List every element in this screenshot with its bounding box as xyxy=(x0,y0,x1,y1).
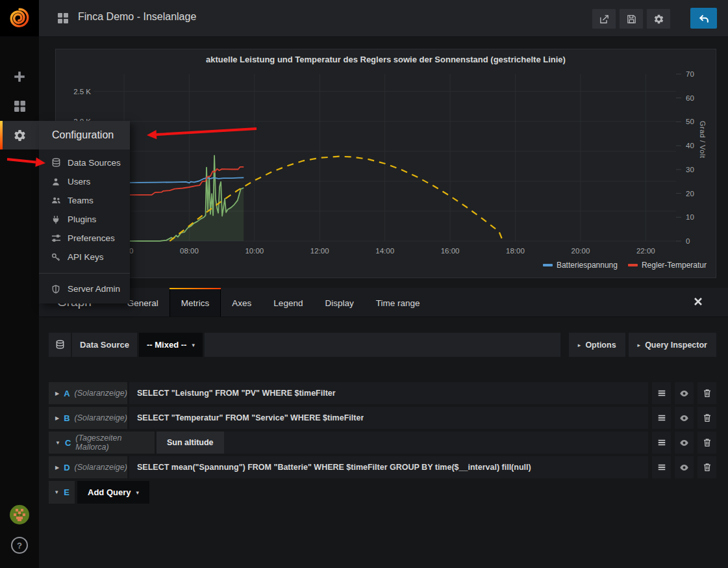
query-inspector-button[interactable]: ▸ Query Inspector xyxy=(629,333,716,357)
query-toggle-B[interactable]: ▶ B (Solaranzeige) xyxy=(49,407,127,429)
svg-text:0: 0 xyxy=(686,237,690,245)
svg-text:20: 20 xyxy=(686,190,694,198)
query-menu-button-A[interactable] xyxy=(652,382,671,404)
menu-item-api-keys[interactable]: API Keys xyxy=(39,248,130,266)
datasource-row-filler xyxy=(205,333,560,357)
svg-text:08:00: 08:00 xyxy=(180,247,199,255)
dashboards-icon xyxy=(14,100,26,112)
caret-down-icon: ▾ xyxy=(136,489,139,496)
close-icon xyxy=(694,297,703,306)
menu-item-server-admin[interactable]: Server Admin xyxy=(39,279,130,298)
caret-right-icon: ▶ xyxy=(55,465,59,471)
svg-text:40: 40 xyxy=(686,142,694,149)
user-avatar[interactable] xyxy=(0,504,39,526)
database-icon xyxy=(49,333,71,357)
query-row-A: ▶ A (Solaranzeige) SELECT "Leistung" FRO… xyxy=(49,382,716,404)
query-text-D: SELECT mean("Spannung") FROM "Batterie" … xyxy=(129,463,531,472)
tab-axes[interactable]: Axes xyxy=(221,288,262,316)
svg-text:22:00: 22:00 xyxy=(636,247,655,255)
configuration-button[interactable] xyxy=(0,121,39,149)
dashboard-grid-icon[interactable] xyxy=(57,12,69,24)
shield-icon xyxy=(51,284,61,294)
legend-item-batteriespannung[interactable]: Batteriespannung xyxy=(543,261,618,270)
tab-bar: GeneralMetricsAxesLegendDisplayTime rang… xyxy=(116,288,431,316)
configuration-menu: Configuration Data Sources Users Teams P… xyxy=(39,121,130,303)
query-menu-button-C[interactable] xyxy=(652,432,671,454)
grafana-app: ? Finca Demo - Inselanlage a xyxy=(0,0,728,568)
help-button[interactable]: ? xyxy=(0,537,39,554)
datasource-label: Data Source xyxy=(72,333,137,357)
go-back-button[interactable] xyxy=(690,8,717,29)
share-button[interactable] xyxy=(592,8,616,29)
tab-legend[interactable]: Legend xyxy=(262,288,314,316)
users-icon xyxy=(51,196,61,206)
svg-text:60: 60 xyxy=(686,94,694,102)
svg-text:2.5 K: 2.5 K xyxy=(73,88,91,96)
save-button[interactable] xyxy=(619,8,644,29)
tab-metrics[interactable]: Metrics xyxy=(169,288,221,316)
add-query-button[interactable]: Add Query ▾ xyxy=(77,481,149,504)
chart-legend: Batteriespannung Regler-Temperatur xyxy=(543,261,707,270)
query-text-B: SELECT "Temperatur" FROM "Service" WHERE… xyxy=(129,413,364,422)
caret-right-icon: ▸ xyxy=(638,342,641,348)
tab-time-range[interactable]: Time range xyxy=(365,288,431,316)
query-menu-button-B[interactable] xyxy=(652,407,671,429)
create-button[interactable] xyxy=(0,64,39,90)
grafana-logo[interactable] xyxy=(0,0,39,36)
config-menu-items: Data Sources Users Teams Plugins Prefere… xyxy=(39,149,130,303)
time-series-chart[interactable]: 05001.0 K1.5 K2.0 K2.5 K0102030405060700… xyxy=(56,49,716,278)
menu-item-preferences[interactable]: Preferences xyxy=(39,229,130,248)
options-button[interactable]: ▸ Options xyxy=(569,333,625,357)
svg-text:30: 30 xyxy=(686,166,694,174)
menu-item-data-sources[interactable]: Data Sources xyxy=(39,153,130,172)
svg-text:20:00: 20:00 xyxy=(571,247,590,255)
svg-text:10:00: 10:00 xyxy=(245,247,264,255)
legend-item-regler-temperatur[interactable]: Regler-Temperatur xyxy=(628,261,707,270)
query-visibility-button-C[interactable] xyxy=(675,432,694,454)
svg-text:10: 10 xyxy=(686,213,694,221)
query-delete-button-A[interactable] xyxy=(697,382,716,404)
plus-icon xyxy=(13,70,26,83)
caret-down-icon: ▼ xyxy=(55,440,60,446)
caret-down-icon: ▾ xyxy=(192,342,195,348)
grafana-flame-icon xyxy=(8,7,31,29)
query-visibility-button-A[interactable] xyxy=(675,382,694,404)
menu-item-plugins[interactable]: Plugins xyxy=(39,210,130,229)
query-delete-button-B[interactable] xyxy=(697,407,716,429)
query-delete-button-C[interactable] xyxy=(697,432,716,454)
query-toggle-E[interactable]: ▼ E xyxy=(49,481,75,504)
dashboards-button[interactable] xyxy=(0,93,39,119)
svg-text:18:00: 18:00 xyxy=(506,247,525,255)
dashboard-title[interactable]: Finca Demo - Inselanlage xyxy=(78,11,196,23)
right-axis-label: Grad / Volt xyxy=(699,121,707,158)
query-text-A: SELECT "Leistung" FROM "PV" WHERE $timeF… xyxy=(129,389,336,398)
sun-altitude-button[interactable]: Sun altitude xyxy=(157,432,224,454)
query-delete-button-D[interactable] xyxy=(697,456,716,478)
add-query-row: ▼ E Add Query ▾ xyxy=(49,481,149,504)
caret-right-icon: ▸ xyxy=(578,342,581,348)
query-menu-button-D[interactable] xyxy=(652,456,671,478)
datasource-row: Data Source -- Mixed -- ▾ ▸ Options ▸ Qu… xyxy=(49,333,716,357)
query-toggle-C[interactable]: ▼ C (Tageszeiten Mallorca) xyxy=(49,432,155,454)
query-visibility-button-B[interactable] xyxy=(675,407,694,429)
dashboard-settings-button[interactable] xyxy=(646,8,671,29)
close-editor-button[interactable] xyxy=(694,297,702,306)
tab-display[interactable]: Display xyxy=(314,288,364,316)
menu-item-users[interactable]: Users xyxy=(39,172,130,191)
query-visibility-button-D[interactable] xyxy=(675,456,694,478)
menu-item-teams[interactable]: Teams xyxy=(39,191,130,210)
query-toggle-D[interactable]: ▶ D (Solaranzeige) xyxy=(49,456,127,478)
menu-divider xyxy=(39,273,130,274)
caret-right-icon: ▶ xyxy=(55,391,59,396)
configuration-menu-title: Configuration xyxy=(39,121,130,149)
database-icon xyxy=(51,158,61,168)
panel-editor-tabs: Graph GeneralMetricsAxesLegendDisplayTim… xyxy=(39,288,728,317)
gear-icon xyxy=(653,14,664,25)
share-icon xyxy=(599,14,610,25)
datasource-select[interactable]: -- Mixed -- ▾ xyxy=(139,333,203,357)
query-toggle-A[interactable]: ▶ A (Solaranzeige) xyxy=(49,382,127,404)
sliders-icon xyxy=(51,233,61,244)
svg-text:16:00: 16:00 xyxy=(441,247,460,255)
sidebar: ? xyxy=(0,0,39,568)
query-row-D: ▶ D (Solaranzeige) SELECT mean("Spannung… xyxy=(49,456,716,478)
